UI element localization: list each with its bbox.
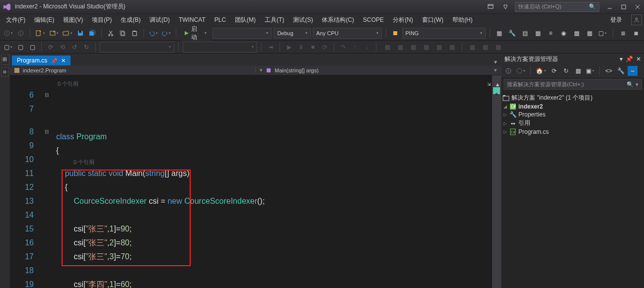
close-tab-icon[interactable]: ✕ (61, 58, 66, 64)
thread-combo[interactable]: ▾ (100, 42, 174, 53)
open-file-button[interactable] (62, 28, 73, 38)
grid-icon-8[interactable]: ▦ (480, 42, 490, 52)
sln-collapse-icon[interactable]: ▦ (573, 66, 583, 76)
properties-node[interactable]: ▷ 🔧 Properties (502, 111, 643, 118)
expand-icon[interactable]: ◢ (502, 104, 507, 109)
solution-tree[interactable]: 解决方案 "indexer2" (1 个项目) ◢ C# indexer2 ▷ … (501, 91, 644, 138)
dbg-icon-5[interactable]: ↺ (70, 42, 79, 52)
menu-item[interactable]: 文件(F) (2, 15, 29, 25)
menu-item[interactable]: 编辑(E) (30, 15, 58, 25)
grid-icon-2[interactable]: ▦ (395, 42, 405, 52)
feedback-icon[interactable] (501, 3, 508, 10)
tool-icon-10[interactable]: ≣ (618, 28, 628, 38)
sln-code-icon[interactable]: <> (604, 66, 614, 76)
menu-item[interactable]: TWINCAT (175, 15, 210, 24)
quick-launch-input[interactable]: 快速启动 (Ctrl+Q) 🔍 (515, 2, 599, 12)
expand-icon[interactable]: ▷ (502, 129, 507, 134)
menu-item[interactable]: 项目(P) (88, 15, 116, 25)
save-button[interactable] (75, 28, 85, 38)
nav-forward-button[interactable] (16, 28, 26, 38)
tool-icon-2[interactable]: 🔧 (507, 28, 517, 38)
copy-button[interactable] (118, 28, 128, 38)
panel-close-icon[interactable]: ✕ (636, 56, 641, 62)
menu-item[interactable]: 视图(V) (59, 15, 87, 25)
grid-icon-4[interactable]: ▦ (421, 42, 431, 52)
split-icon[interactable]: ⇲ (487, 77, 491, 91)
tool-icon-1[interactable]: ▦ (494, 28, 504, 38)
dbg-icon-2[interactable]: ▢ (27, 42, 37, 52)
nav-class-combo[interactable]: indexer2.Program (10, 67, 256, 73)
save-all-button[interactable] (87, 28, 97, 38)
grid-icon-6[interactable]: ▦ (447, 42, 457, 52)
left-tab-2[interactable]: ≡ (1, 67, 9, 77)
panel-dropdown-icon[interactable]: ▾ (620, 56, 623, 62)
redo-button[interactable] (161, 28, 172, 38)
tool-icon-8[interactable]: ▦ (584, 28, 594, 38)
nav-back-button[interactable] (3, 28, 14, 38)
start-debug-button[interactable]: 启动 ▾ (180, 24, 211, 43)
tool-icon-4[interactable]: ▦ (533, 28, 543, 38)
tool-icon-9[interactable]: ▢ (597, 28, 608, 38)
paste-button[interactable] (130, 28, 140, 38)
code-area[interactable]: 67891011121314151617181920 ⊟⊟ 0 个引用 clas… (10, 75, 501, 288)
solution-search-input[interactable]: 搜索解决方案资源管理器(Ctrl+;) 🔍▾ (503, 79, 642, 90)
menu-item[interactable]: SCOPE (359, 15, 388, 24)
dbg-icon-4[interactable]: ⟲ (58, 42, 68, 52)
pin-icon[interactable]: 📌 (51, 58, 57, 63)
user-icon[interactable] (631, 14, 642, 25)
close-button[interactable] (634, 3, 641, 10)
new-project-button[interactable] (34, 28, 46, 38)
expand-icon[interactable]: ▷ (502, 121, 507, 126)
tool-icon-5[interactable]: ≡ (546, 28, 556, 38)
step-over-icon[interactable]: ↷ (338, 42, 348, 52)
tool-icon-11[interactable]: ◙ (631, 28, 641, 38)
menu-item[interactable]: 帮助(H) (448, 15, 477, 25)
vertical-scrollbar[interactable]: ⇲ ▴ + (492, 75, 501, 288)
attach-icon[interactable] (390, 28, 400, 38)
dbg-pause-icon[interactable]: ⏸ (296, 42, 306, 52)
sln-forward-icon[interactable] (515, 66, 526, 76)
menu-item[interactable]: 生成(B) (117, 15, 144, 25)
grid-icon-1[interactable]: ▦ (382, 42, 392, 52)
menu-item[interactable]: 测试(S) (289, 15, 317, 25)
sign-in-button[interactable]: 登录 (605, 15, 627, 25)
code-text[interactable]: 0 个引用 class Program {0 个引用 public static… (52, 75, 501, 288)
sln-back-icon[interactable] (503, 66, 513, 76)
fold-column[interactable]: ⊟⊟ (42, 75, 52, 288)
sln-home-icon[interactable]: 🏠 (535, 66, 547, 76)
sln-refresh-icon[interactable]: ↻ (561, 66, 571, 76)
menu-item[interactable]: 分析(N) (389, 15, 417, 25)
step-into-icon[interactable]: ⇥ (266, 42, 276, 52)
tool-icon-6[interactable]: ◉ (559, 28, 569, 38)
project-node[interactable]: ◢ C# indexer2 (502, 103, 643, 111)
add-item-button[interactable] (48, 28, 60, 38)
menu-item[interactable]: 团队(M) (231, 15, 260, 25)
dbg-icon-1[interactable]: ▢ (15, 42, 25, 52)
menu-item[interactable]: 调试(D) (145, 15, 174, 25)
grid-icon-7[interactable]: ▦ (467, 42, 477, 52)
cut-button[interactable] (106, 28, 116, 38)
tool-icon-7[interactable]: ▦ (572, 28, 581, 38)
startup-combo[interactable]: ▾ (213, 28, 272, 39)
panel-pin-icon[interactable]: 📌 (626, 56, 633, 62)
step-out-icon[interactable]: ↑ (350, 42, 360, 52)
stack-combo[interactable]: ▾ (183, 42, 257, 53)
menu-item[interactable]: PLC (211, 15, 230, 24)
sln-sync-icon[interactable]: ⟳ (549, 66, 559, 76)
undo-button[interactable] (148, 28, 159, 38)
menu-item[interactable]: 体系结构(C) (318, 15, 358, 25)
platform-combo[interactable]: Any CPU▾ (313, 28, 382, 39)
dbg-restart-icon[interactable]: ⟳ (320, 42, 330, 52)
solution-root-node[interactable]: 解决方案 "indexer2" (1 个项目) (502, 93, 643, 103)
program-cs-node[interactable]: ▷ C# Program.cs (502, 128, 643, 136)
nav-method-combo[interactable]: ▾ Main(string[] args) ▾ (256, 67, 501, 73)
step-icon[interactable]: ↓ (362, 42, 372, 52)
menu-item[interactable]: 工具(T) (261, 15, 288, 25)
sln-show-icon[interactable]: ▣ (585, 66, 595, 76)
menu-item[interactable]: 窗口(W) (418, 15, 447, 25)
notifications-icon[interactable] (487, 3, 494, 10)
sln-properties-icon[interactable]: 🔧 (616, 66, 626, 76)
grid-icon-5[interactable]: ▦ (434, 42, 444, 52)
dbg-stop-icon[interactable]: ■ (308, 42, 318, 52)
sln-minus-icon[interactable]: – (628, 66, 638, 76)
